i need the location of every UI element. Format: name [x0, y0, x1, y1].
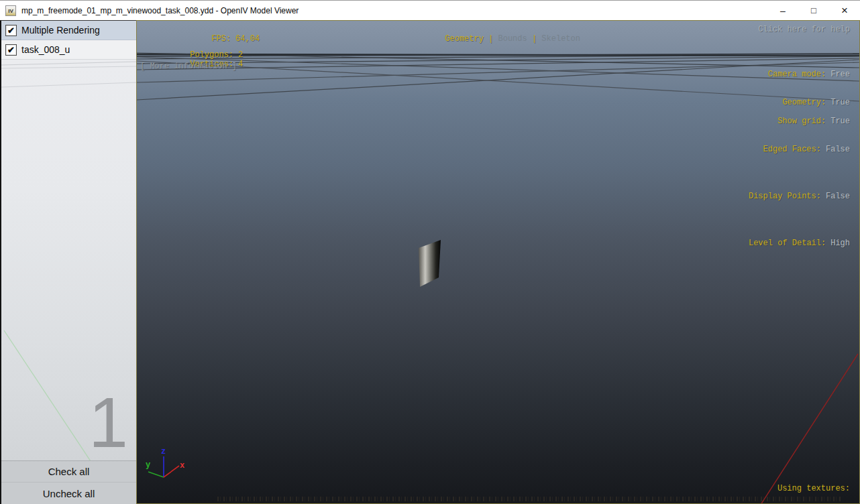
openiv-model-viewer-window: IV mp_m_freemode_01_mp_m_vinewood_task_0… [0, 0, 860, 504]
edged-faces-label: Edged Faces: [763, 145, 821, 154]
uncheck-all-button[interactable]: Uncheck all [1, 482, 136, 504]
help-link[interactable]: Click here for help [758, 25, 850, 34]
model-count-watermark: 1 [89, 387, 128, 458]
window-title: mp_m_freemode_01_mp_m_vinewood_task_008.… [21, 1, 299, 21]
tab-skeleton[interactable]: Skeleton [541, 34, 580, 44]
model-list-sidebar: ✔ Multiple Rendering ✔ task_008_u 1 Chec… [0, 20, 136, 504]
tab-separator: | [527, 34, 542, 44]
clipped-bottom-artifact [217, 497, 841, 501]
list-actions: Check all Uncheck all [1, 460, 136, 504]
list-item-task-008-u[interactable]: ✔ task_008_u [1, 40, 136, 60]
title-bar: IV mp_m_freemode_01_mp_m_vinewood_task_0… [0, 0, 860, 20]
axis-y-label: y [146, 460, 150, 470]
tab-bounds[interactable]: Bounds [498, 34, 527, 44]
app-icon: IV [5, 5, 16, 16]
list-item-multiple-rendering[interactable]: ✔ Multiple Rendering [1, 21, 136, 40]
multiple-rendering-checkbox[interactable]: ✔ [5, 25, 17, 36]
tab-separator: | [484, 34, 498, 44]
axis-gizmo [148, 456, 179, 477]
close-button[interactable]: × [829, 1, 860, 20]
render-settings: Geometry:True Edged Faces:False Display … [710, 70, 850, 276]
task-008-u-checkbox[interactable]: ✔ [5, 44, 17, 56]
check-all-button[interactable]: Check all [1, 461, 136, 482]
geometry-label: Geometry: [782, 98, 826, 107]
level-of-detail-value[interactable]: High [830, 239, 850, 248]
maximize-button[interactable]: □ [798, 1, 829, 20]
more-information-link[interactable]: [ More information ] [140, 62, 237, 71]
axis-z-label: z [161, 447, 166, 456]
axis-x-label: x [180, 461, 184, 470]
3d-viewport-canvas[interactable]: z y x FPS:64,04 Polygons:2 Vertices:4 [ … [136, 20, 860, 504]
geometry-value[interactable]: True [830, 98, 850, 107]
tab-geometry[interactable]: Geometry [445, 34, 484, 44]
display-points-label: Display Points: [749, 192, 821, 201]
edged-faces-value[interactable]: False [826, 145, 850, 154]
using-textures-header: Using textures: [584, 483, 850, 495]
minimize-button[interactable]: – [767, 1, 798, 20]
display-points-value[interactable]: False [826, 192, 850, 201]
list-item-label: task_008_u [21, 44, 70, 55]
level-of-detail-label: Level of Detail: [749, 239, 826, 248]
list-item-label: Multiple Rendering [21, 25, 100, 36]
model-mesh [419, 240, 441, 287]
